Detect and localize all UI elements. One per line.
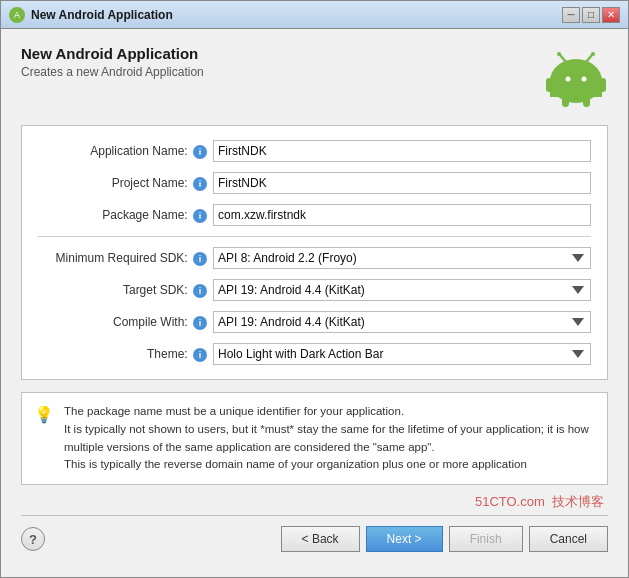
watermark-line1: 51CTO.com: [475, 494, 545, 509]
maximize-button[interactable]: □: [582, 7, 600, 23]
back-button[interactable]: < Back: [281, 526, 360, 552]
page-subtitle: Creates a new Android Application: [21, 65, 534, 79]
target-sdk-row: Target SDK: i API 8: Android 2.2 (Froyo)…: [38, 279, 591, 301]
target-sdk-info-icon[interactable]: i: [193, 284, 207, 298]
help-button[interactable]: ?: [21, 527, 45, 551]
window-icon: A: [9, 7, 25, 23]
svg-rect-10: [583, 97, 590, 107]
svg-line-5: [560, 55, 566, 62]
application-name-row: Application Name: i: [38, 140, 591, 162]
target-sdk-select[interactable]: API 8: Android 2.2 (Froyo) API 14: Andro…: [213, 279, 591, 301]
package-name-row: Package Name: i: [38, 204, 591, 226]
theme-select[interactable]: Holo Light with Dark Action Bar Holo Lig…: [213, 343, 591, 365]
minimize-button[interactable]: ─: [562, 7, 580, 23]
svg-point-3: [566, 77, 571, 82]
window-controls: ─ □ ✕: [562, 7, 620, 23]
minimum-sdk-select[interactable]: API 8: Android 2.2 (Froyo) API 14: Andro…: [213, 247, 591, 269]
footer: ? < Back Next > Finish Cancel: [21, 515, 608, 552]
theme-info-icon[interactable]: i: [193, 348, 207, 362]
project-name-label: Project Name: i: [38, 176, 213, 191]
form-section: Application Name: i Project Name: i Pack…: [21, 125, 608, 380]
page-title: New Android Application: [21, 45, 534, 62]
finish-button[interactable]: Finish: [449, 526, 523, 552]
bulb-icon: 💡: [34, 405, 54, 425]
svg-point-8: [591, 52, 595, 56]
svg-rect-11: [546, 78, 552, 92]
theme-label: Theme: i: [38, 347, 213, 362]
watermark: 51CTO.com 技术博客: [21, 493, 608, 511]
package-name-label: Package Name: i: [38, 208, 213, 223]
form-separator: [38, 236, 591, 237]
content-area: New Android Application Creates a new An…: [1, 29, 628, 577]
window-title: New Android Application: [31, 8, 562, 22]
minimum-sdk-row: Minimum Required SDK: i API 8: Android 2…: [38, 247, 591, 269]
info-box: 💡 The package name must be a unique iden…: [21, 392, 608, 485]
close-button[interactable]: ✕: [602, 7, 620, 23]
svg-rect-9: [562, 97, 569, 107]
svg-rect-12: [600, 78, 606, 92]
package-name-input[interactable]: [213, 204, 591, 226]
title-bar: A New Android Application ─ □ ✕: [1, 1, 628, 29]
compile-with-row: Compile With: i API 8: Android 2.2 (Froy…: [38, 311, 591, 333]
next-button[interactable]: Next >: [366, 526, 443, 552]
page-header: New Android Application Creates a new An…: [21, 45, 608, 109]
svg-rect-2: [550, 81, 602, 95]
minimum-sdk-info-icon[interactable]: i: [193, 252, 207, 266]
project-name-input[interactable]: [213, 172, 591, 194]
compile-with-info-icon[interactable]: i: [193, 316, 207, 330]
svg-line-7: [586, 55, 592, 62]
watermark-line2: 技术博客: [552, 494, 604, 509]
header-text: New Android Application Creates a new An…: [21, 45, 534, 79]
target-sdk-label: Target SDK: i: [38, 283, 213, 298]
main-window: A New Android Application ─ □ ✕ New Andr…: [0, 0, 629, 578]
cancel-button[interactable]: Cancel: [529, 526, 608, 552]
theme-row: Theme: i Holo Light with Dark Action Bar…: [38, 343, 591, 365]
package-name-info-icon[interactable]: i: [193, 209, 207, 223]
info-text: The package name must be a unique identi…: [64, 403, 595, 474]
android-logo: [544, 45, 608, 109]
svg-point-4: [582, 77, 587, 82]
project-name-row: Project Name: i: [38, 172, 591, 194]
compile-with-label: Compile With: i: [38, 315, 213, 330]
compile-with-select[interactable]: API 8: Android 2.2 (Froyo) API 14: Andro…: [213, 311, 591, 333]
project-name-info-icon[interactable]: i: [193, 177, 207, 191]
application-name-info-icon[interactable]: i: [193, 145, 207, 159]
application-name-input[interactable]: [213, 140, 591, 162]
svg-point-6: [557, 52, 561, 56]
minimum-sdk-label: Minimum Required SDK: i: [38, 251, 213, 266]
application-name-label: Application Name: i: [38, 144, 213, 159]
